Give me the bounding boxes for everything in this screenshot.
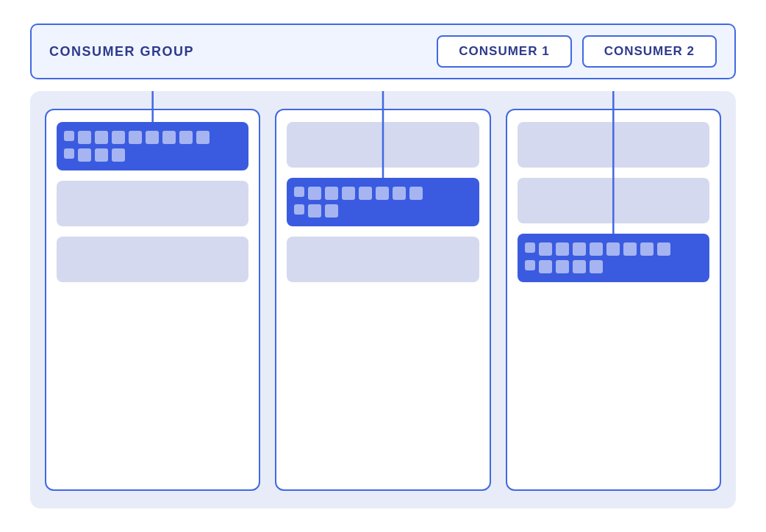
record-block — [518, 122, 709, 168]
msg-cell — [64, 131, 74, 141]
msg-cell — [294, 187, 304, 197]
msg-cell — [162, 131, 176, 144]
msg-cell — [342, 187, 355, 200]
msg-cell — [525, 260, 535, 270]
diagram-wrapper: CONSUMER GROUP CONSUMER 1 CONSUMER 2 — [30, 24, 736, 508]
msg-cell — [294, 204, 304, 215]
msg-cell — [623, 242, 637, 256]
record-block — [57, 181, 248, 226]
msg-cell — [196, 131, 210, 144]
msg-cell — [556, 260, 569, 273]
consumer-1-badge: CONSUMER 1 — [437, 35, 571, 68]
message-block-p1 — [287, 178, 479, 226]
msg-cell — [78, 131, 91, 144]
msg-cell — [539, 260, 552, 273]
record-block — [518, 178, 709, 223]
msg-cell — [308, 187, 321, 200]
msg-cell — [573, 242, 586, 256]
msg-cell — [146, 131, 159, 144]
msg-cell — [325, 187, 338, 200]
msg-cell — [95, 148, 108, 162]
partitions-area — [30, 91, 736, 508]
msg-cell — [308, 204, 321, 218]
msg-cell — [640, 242, 654, 256]
partition-0 — [45, 109, 260, 491]
msg-cell — [590, 260, 603, 273]
msg-cell — [539, 242, 552, 256]
message-block-p2 — [518, 234, 709, 282]
consumer-group-label: CONSUMER GROUP — [49, 44, 194, 60]
msg-cell — [359, 187, 372, 200]
msg-cell — [179, 131, 193, 144]
msg-cell — [409, 187, 423, 200]
message-row — [294, 187, 471, 200]
msg-cell — [129, 131, 142, 144]
msg-cell — [590, 242, 603, 256]
partition-2 — [506, 109, 721, 491]
msg-cell — [525, 242, 535, 253]
message-block-p0 — [57, 122, 248, 170]
message-row — [64, 131, 241, 144]
msg-cell — [112, 131, 125, 144]
msg-cell — [393, 187, 406, 200]
msg-cell — [78, 148, 91, 162]
msg-cell — [325, 204, 338, 218]
msg-cell — [112, 148, 125, 162]
record-block — [57, 237, 248, 282]
consumer-group-header: CONSUMER GROUP CONSUMER 1 CONSUMER 2 — [30, 24, 736, 79]
message-row — [294, 204, 471, 218]
msg-cell — [556, 242, 569, 256]
partition-1 — [275, 109, 490, 491]
record-block — [287, 237, 479, 282]
consumers-box: CONSUMER 1 CONSUMER 2 — [437, 35, 717, 68]
consumer-2-badge: CONSUMER 2 — [582, 35, 717, 68]
msg-cell — [657, 242, 670, 256]
record-block — [287, 122, 479, 168]
msg-cell — [606, 242, 620, 256]
message-row — [525, 260, 702, 273]
msg-cell — [64, 148, 74, 159]
msg-cell — [95, 131, 108, 144]
msg-cell — [573, 260, 586, 273]
message-row — [525, 242, 702, 256]
msg-cell — [376, 187, 389, 200]
message-row — [64, 148, 241, 162]
